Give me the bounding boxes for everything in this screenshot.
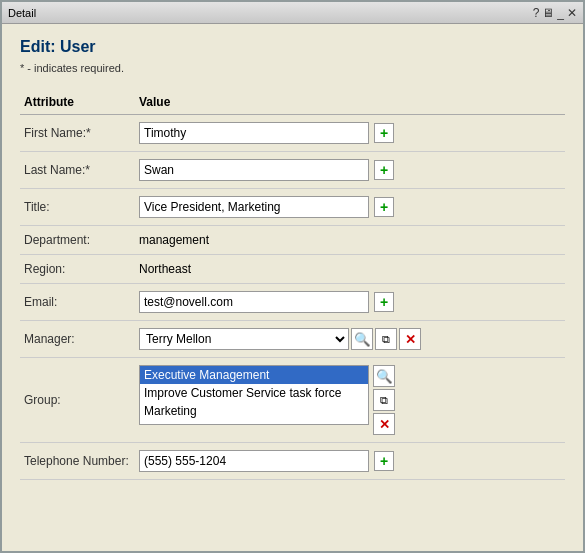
region-label: Region: [20, 255, 135, 284]
telephone-row: Telephone Number: + [20, 443, 565, 480]
manager-copy-icon: ⧉ [382, 333, 390, 346]
title-label: Title: [20, 189, 135, 226]
email-input[interactable] [139, 291, 369, 313]
group-item-improve[interactable]: Improve Customer Service task force [140, 384, 368, 402]
first-name-input[interactable] [139, 122, 369, 144]
required-note: * - indicates required. [20, 62, 565, 74]
group-copy-icon: ⧉ [380, 394, 388, 407]
telephone-label: Telephone Number: [20, 443, 135, 480]
attribute-header: Attribute [20, 88, 135, 115]
title-add-button[interactable]: + [374, 197, 394, 217]
manager-label: Manager: [20, 321, 135, 358]
group-listbox[interactable]: Executive Management Improve Customer Se… [139, 365, 369, 425]
manager-search-button[interactable]: 🔍 [351, 328, 373, 350]
manager-search-icon: 🔍 [354, 332, 371, 347]
last-name-add-button[interactable]: + [374, 160, 394, 180]
group-label: Group: [20, 358, 135, 443]
region-value: Northeast [139, 262, 191, 276]
manager-value-cell: Terry Mellon 🔍 ⧉ ✕ [135, 321, 565, 358]
telephone-input[interactable] [139, 450, 369, 472]
telephone-add-button[interactable]: + [374, 451, 394, 471]
title-value-cell: + [135, 189, 565, 226]
department-label: Department: [20, 226, 135, 255]
region-value-cell: Northeast [135, 255, 565, 284]
group-delete-button[interactable]: ✕ [373, 413, 395, 435]
email-add-button[interactable]: + [374, 292, 394, 312]
main-window: Detail ? 🖥 _ ✕ Edit: User * - indicates … [0, 0, 585, 553]
manager-copy-button[interactable]: ⧉ [375, 328, 397, 350]
last-name-label: Last Name:* [20, 152, 135, 189]
first-name-add-icon: + [380, 126, 388, 140]
monitor-button[interactable]: 🖥 [542, 6, 554, 20]
manager-delete-button[interactable]: ✕ [399, 328, 421, 350]
group-value-cell: Executive Management Improve Customer Se… [135, 358, 565, 443]
title-row: Title: + [20, 189, 565, 226]
first-name-add-button[interactable]: + [374, 123, 394, 143]
group-search-icon: 🔍 [376, 369, 393, 384]
group-delete-icon: ✕ [379, 417, 390, 432]
last-name-row: Last Name:* + [20, 152, 565, 189]
first-name-label: First Name:* [20, 115, 135, 152]
group-search-button[interactable]: 🔍 [373, 365, 395, 387]
window-controls: ? 🖥 _ ✕ [533, 6, 577, 20]
close-button[interactable]: ✕ [567, 6, 577, 20]
title-input[interactable] [139, 196, 369, 218]
content-area: Edit: User * - indicates required. Attri… [2, 24, 583, 551]
email-add-icon: + [380, 295, 388, 309]
email-row: Email: + [20, 284, 565, 321]
group-row: Group: Executive Management Improve Cust… [20, 358, 565, 443]
window-title: Detail [8, 7, 36, 19]
group-copy-button[interactable]: ⧉ [373, 389, 395, 411]
title-bar: Detail ? 🖥 _ ✕ [2, 2, 583, 24]
page-title: Edit: User [20, 38, 565, 56]
column-header-row: Attribute Value [20, 88, 565, 115]
manager-delete-icon: ✕ [405, 332, 416, 347]
email-label: Email: [20, 284, 135, 321]
email-value-cell: + [135, 284, 565, 321]
telephone-value-cell: + [135, 443, 565, 480]
title-add-icon: + [380, 200, 388, 214]
value-header: Value [135, 88, 565, 115]
help-button[interactable]: ? [533, 6, 540, 20]
telephone-add-icon: + [380, 454, 388, 468]
manager-row: Manager: Terry Mellon 🔍 ⧉ ✕ [20, 321, 565, 358]
manager-select[interactable]: Terry Mellon [139, 328, 349, 350]
department-value-cell: management [135, 226, 565, 255]
group-item-marketing[interactable]: Marketing [140, 402, 368, 420]
last-name-value-cell: + [135, 152, 565, 189]
last-name-add-icon: + [380, 163, 388, 177]
department-row: Department: management [20, 226, 565, 255]
last-name-input[interactable] [139, 159, 369, 181]
form-table: Attribute Value First Name:* + Last Nam [20, 88, 565, 480]
group-item-executive[interactable]: Executive Management [140, 366, 368, 384]
department-value: management [139, 233, 209, 247]
first-name-value-cell: + [135, 115, 565, 152]
first-name-row: First Name:* + [20, 115, 565, 152]
region-row: Region: Northeast [20, 255, 565, 284]
minimize-button[interactable]: _ [557, 6, 564, 20]
